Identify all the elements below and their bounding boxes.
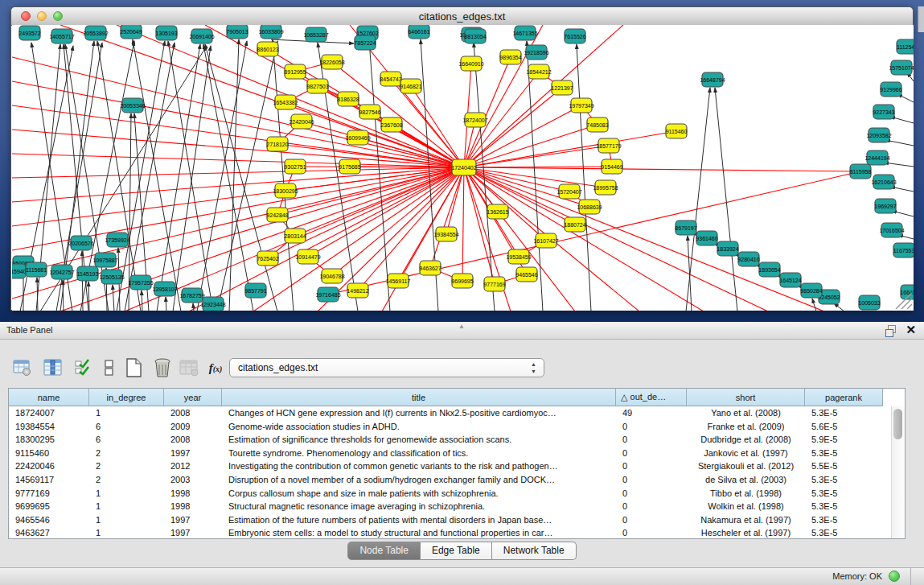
network-node-yellow[interactable]: 7625402 [257,251,278,266]
node-table[interactable]: namein_degreeyeartitle△ out_de…shortpage… [8,388,906,539]
table-row[interactable]: 969969511998Structural magnetic resonanc… [9,500,892,513]
network-node-teal[interactable]: 1645124 [779,273,801,287]
merge-rows-icon[interactable] [98,356,121,380]
network-node-yellow[interactable]: 18300295 [273,183,298,198]
network-node-yellow[interactable]: 8860123 [257,42,278,56]
select-all-rows-icon[interactable] [72,356,95,380]
network-node-yellow[interactable]: 19046788 [319,269,344,283]
network-node-teal[interactable]: 20553892 [83,26,108,40]
network-node-teal[interactable]: 6466161 [408,25,429,39]
network-edge[interactable] [332,167,464,276]
network-edge[interactable] [117,41,165,311]
network-node-teal[interactable]: 12923448 [200,297,225,311]
network-node-yellow[interactable]: 1498212 [347,283,368,298]
network-node-teal[interactable]: 9129966 [880,82,901,97]
network-edge[interactable] [474,43,495,311]
column-header-6[interactable]: pagerank [805,389,883,406]
network-node-yellow[interactable]: 7485083 [586,117,608,132]
network-node-teal[interactable]: 9850284 [800,283,822,298]
network-edge[interactable] [166,297,166,311]
column-header-4[interactable]: △ out_de… [616,389,687,406]
network-node-yellow[interactable]: 16543382 [273,95,298,109]
network-edge[interactable] [37,278,38,311]
network-node-teal[interactable]: 12042757 [49,265,74,279]
network-node-yellow[interactable]: 16099469 [345,130,370,145]
network-edge[interactable] [464,167,495,284]
network-node-yellow[interactable]: 9302751 [284,159,306,174]
network-node-yellow[interactable]: 2367608 [380,117,402,132]
network-node-yellow[interactable]: 9146821 [400,79,421,93]
network-node-yellow[interactable]: 1221397 [551,80,573,95]
tab-node-table[interactable]: Node Table [347,542,421,560]
network-node-teal[interactable]: 8679197 [675,220,696,235]
network-node-yellow[interactable]: 9827503 [306,79,328,93]
network-node-teal[interactable]: 1893654 [758,262,780,277]
network-edge[interactable] [125,43,175,311]
network-node-teal[interactable]: 7857224 [354,35,376,50]
panel-resize-grip-icon[interactable]: ▲ [458,323,465,330]
network-node-teal[interactable]: 16033809 [258,25,283,39]
network-edge[interactable] [229,39,239,311]
column-header-1[interactable]: in_degree [89,389,164,406]
network-node-yellow[interactable]: 17240402 [451,159,476,175]
network-node-yellow[interactable]: 9827546 [359,105,380,119]
network-node-yellow[interactable]: 9896354 [499,50,521,64]
network-node-yellow[interactable]: 10688639 [577,200,602,214]
network-node-teal[interactable]: 15751074 [889,60,914,75]
table-row[interactable]: 1456911722003Disruption of a novel membe… [9,473,892,487]
network-node-teal[interactable]: 13958107 [152,282,177,296]
network-node-teal[interactable]: 2520649 [120,25,142,39]
network-node-teal[interactable]: 1969297 [874,199,896,213]
network-node-teal[interactable]: 1115681 [26,262,47,277]
table-header-row[interactable]: namein_degreeyeartitle△ out_de…shortpage… [9,389,883,406]
network-node-teal[interactable]: 12444194 [864,150,889,165]
network-node-teal[interactable]: 20206576 [68,236,93,250]
network-node-yellow[interactable]: 9777169 [483,277,505,291]
network-node-teal[interactable]: 1305193 [155,26,177,40]
network-node-yellow[interactable]: 9465546 [515,267,537,282]
network-node-yellow[interactable]: 18995758 [593,180,618,195]
network-node-yellow[interactable]: 19384554 [433,227,458,241]
network-node-teal[interactable]: 8813054 [464,29,486,43]
network-edge[interactable] [464,167,860,171]
network-node-yellow[interactable]: 9154469 [601,159,622,174]
network-node-teal[interactable]: 10975887 [92,253,117,267]
network-node-yellow[interactable]: 9699695 [451,274,473,288]
network-node-yellow[interactable]: 18544212 [526,64,551,79]
network-edge[interactable] [142,290,142,311]
tab-edge-table[interactable]: Edge Table [421,542,492,560]
network-node-teal[interactable]: 16210643 [871,175,896,189]
select-column-icon[interactable] [42,356,64,380]
citation-network-graph[interactable]: 2493572140557172055389225206491305193206… [12,25,914,311]
network-window-titlebar[interactable]: citations_edges.txt [11,7,913,26]
network-node-teal[interactable]: 19716485 [315,287,340,302]
table-row[interactable]: 911546021997Tourette syndrome. Phenomeno… [9,447,892,460]
network-node-teal[interactable]: 16782759 [179,288,204,303]
table-selector-dropdown[interactable]: citations_edges.txt ▲▼ [229,358,544,377]
network-node-yellow[interactable]: 10914479 [295,249,320,264]
network-node-teal[interactable]: 7615526 [564,29,585,43]
network-node-yellow[interactable]: 22420046 [289,114,314,129]
network-node-teal[interactable]: 12505135 [99,270,124,284]
network-node-yellow[interactable]: 2718120 [266,137,288,151]
network-edge[interactable] [464,167,824,311]
network-node-yellow[interactable]: 1362615 [487,204,508,219]
table-row[interactable]: 2242004622012Investigating the contribut… [9,459,892,473]
network-node-teal[interactable]: 9280410 [737,252,759,266]
network-node-yellow[interactable]: 19797349 [569,98,593,113]
column-header-3[interactable]: title [222,389,616,406]
table-row[interactable]: 946362711997Embryonic stem cells: a mode… [9,526,892,539]
network-node-teal[interactable]: 8115958 [850,164,872,179]
new-document-icon[interactable] [122,356,145,380]
network-node-teal[interactable]: 9361460 [696,231,717,245]
table-body[interactable]: 1872400712008Changes of HCN gene express… [9,406,892,538]
network-node-teal[interactable]: 1112544 [897,39,914,54]
network-edge[interactable] [113,285,114,311]
network-node-yellow[interactable]: 18724007 [462,113,487,127]
network-node-yellow[interactable]: 9115460 [666,124,688,138]
network-node-teal[interactable]: 9227343 [873,105,894,119]
network-node-yellow[interactable]: 16640910 [458,56,483,71]
network-edge[interactable] [308,167,464,257]
table-row[interactable]: 1830029562008Estimation of significance … [9,433,892,447]
network-node-yellow[interactable]: 9175685 [339,159,360,174]
